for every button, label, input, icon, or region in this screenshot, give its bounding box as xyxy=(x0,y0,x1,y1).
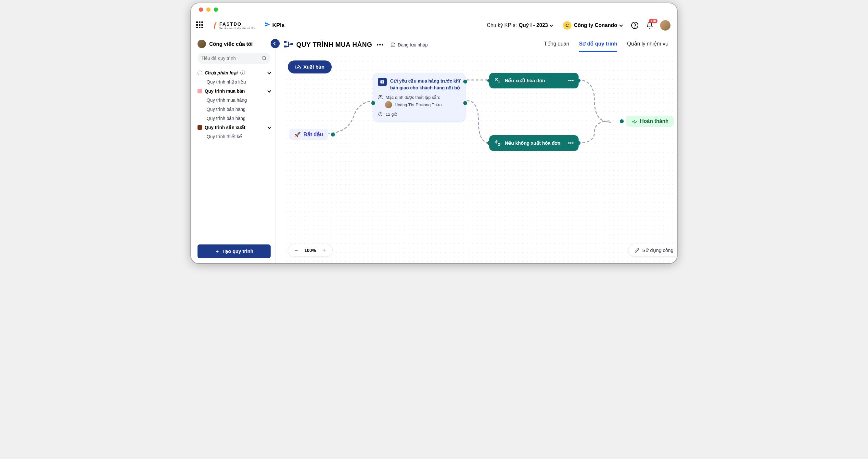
gear-icon xyxy=(494,77,502,85)
sidebar-title: Công việc của tôi xyxy=(197,40,271,48)
sidebar-group-uncategorized[interactable]: Chưa phân loại i xyxy=(197,68,271,77)
search-icon xyxy=(261,56,267,61)
tab-tasks[interactable]: Quản lý nhiệm vụ xyxy=(627,38,669,52)
svg-rect-5 xyxy=(290,43,293,45)
company-avatar: C xyxy=(563,21,571,30)
output-port[interactable] xyxy=(463,80,467,84)
chevron-down-icon xyxy=(549,23,553,27)
dotted-circle-icon xyxy=(197,70,202,75)
task-icon xyxy=(378,78,387,86)
tab-diagram[interactable]: Sơ đồ quy trình xyxy=(579,38,617,52)
condition-node-1[interactable]: Nếu xuất hóa đơn ••• xyxy=(489,73,579,88)
assignee-avatar xyxy=(385,101,392,108)
svg-rect-4 xyxy=(284,46,286,48)
paper-plane-icon xyxy=(265,22,270,29)
input-port[interactable] xyxy=(487,141,491,145)
rocket-icon: 🚀 xyxy=(294,131,301,138)
minimize-window-icon[interactable] xyxy=(206,7,211,12)
sidebar-item[interactable]: Quy trình mua hàng xyxy=(197,95,271,105)
input-port[interactable] xyxy=(487,79,491,83)
gear-icon xyxy=(494,139,502,147)
notification-badge: +10 xyxy=(649,19,657,23)
svg-rect-3 xyxy=(284,41,286,43)
zoom-out-button[interactable]: − xyxy=(293,247,300,254)
cycle-selector[interactable]: Chu kỳ KPIs: Quý I - 2023 xyxy=(487,23,552,28)
node-more-button[interactable]: ••• xyxy=(568,78,574,83)
svg-point-1 xyxy=(635,27,635,27)
sidebar-group-san-xuat[interactable]: Quy trình sản xuất xyxy=(197,123,271,132)
svg-point-7 xyxy=(379,95,380,97)
task-node[interactable]: ••• Gửi yêu cầu mua hàng trước khi bàn g… xyxy=(373,73,466,121)
sidebar-item[interactable]: Quy trình bán hàng xyxy=(197,114,271,123)
maximize-window-icon[interactable] xyxy=(214,7,218,12)
user-avatar-small xyxy=(197,40,206,48)
create-process-button[interactable]: ＋ Tạo quy trình xyxy=(197,245,271,258)
save-icon xyxy=(391,42,396,48)
main-tabs: Tổng quan Sơ đồ quy trình Quản lý nhiệm … xyxy=(544,38,669,52)
sidebar-item[interactable]: Quy trình bán hàng xyxy=(197,105,271,114)
app-window: ƒ FASTDO Nền tảng quản lý công việc cho … xyxy=(191,3,677,263)
main-area: QUY TRÌNH MUA HÀNG ••• Đang lưu nháp Tổn… xyxy=(276,35,677,263)
titlebar xyxy=(191,3,677,16)
use-template-button[interactable]: Sử dụng công xyxy=(628,244,677,257)
input-port[interactable] xyxy=(371,101,375,105)
double-check-icon xyxy=(631,118,638,124)
chevron-down-icon xyxy=(267,70,271,74)
svg-point-12 xyxy=(499,82,499,82)
sidebar-item[interactable]: Quy trình thiết kế xyxy=(197,132,271,141)
search-input[interactable] xyxy=(202,56,259,61)
chevron-left-icon xyxy=(273,41,277,45)
apps-menu-icon[interactable] xyxy=(196,22,204,29)
zoom-control: − 100% + xyxy=(288,244,333,257)
svg-point-16 xyxy=(499,144,499,145)
task-title: Gửi yêu cầu mua hàng trước khi bàn giao … xyxy=(390,78,460,91)
sidebar-group-mua-ban[interactable]: Quy trình mua bán xyxy=(197,86,271,95)
chevron-down-icon xyxy=(267,125,271,129)
svg-point-8 xyxy=(379,113,382,116)
output-port[interactable] xyxy=(577,79,581,83)
start-node[interactable]: 🚀 Bắt đầu xyxy=(289,129,329,140)
topbar: ƒ FASTDO Nền tảng quản lý công việc cho … xyxy=(191,16,677,35)
zoom-in-button[interactable]: + xyxy=(321,247,328,254)
color-square-icon xyxy=(197,125,202,130)
output-port[interactable] xyxy=(577,141,581,145)
sidebar: Công việc của tôi Chưa phân loại i Quy t… xyxy=(191,35,276,263)
kpi-module[interactable]: KPIs xyxy=(265,22,285,29)
input-port[interactable] xyxy=(620,119,624,123)
company-selector[interactable]: C Công ty Conando xyxy=(563,21,622,30)
brand-logo[interactable]: ƒ FASTDO Nền tảng quản lý công việc cho … xyxy=(213,22,255,29)
sidebar-item[interactable]: Quy trình nhập liệu xyxy=(197,77,271,86)
flow-canvas[interactable]: Xuất bản 🚀 Bắt đầu xyxy=(282,55,677,263)
done-node[interactable]: Hoàn thành xyxy=(626,116,674,127)
search-field[interactable] xyxy=(197,53,271,64)
condition-node-2[interactable]: Nếu không xuất hóa đơn ••• xyxy=(489,135,579,151)
svg-point-10 xyxy=(496,79,497,80)
people-icon xyxy=(378,94,383,100)
draft-status: Đang lưu nháp xyxy=(391,42,428,48)
node-more-button[interactable]: ••• xyxy=(568,140,574,146)
pencil-icon xyxy=(634,248,640,253)
help-button[interactable] xyxy=(630,21,639,30)
node-more-button[interactable]: ••• xyxy=(456,77,461,82)
chevron-down-icon xyxy=(619,23,623,27)
collapse-sidebar-button[interactable] xyxy=(271,39,280,48)
process-flow-icon xyxy=(284,40,293,50)
output-port[interactable] xyxy=(331,133,335,137)
more-actions-button[interactable]: ••• xyxy=(376,42,384,48)
page-title: QUY TRÌNH MUA HÀNG xyxy=(296,41,372,49)
chevron-down-icon xyxy=(267,89,271,92)
notifications-button[interactable]: +10 xyxy=(645,21,654,30)
cloud-upload-icon xyxy=(295,64,301,70)
output-port[interactable] xyxy=(463,101,467,105)
zoom-level: 100% xyxy=(304,248,316,253)
main-header: QUY TRÌNH MUA HÀNG ••• Đang lưu nháp Tổn… xyxy=(276,35,677,55)
info-icon: i xyxy=(240,70,245,75)
publish-button[interactable]: Xuất bản xyxy=(288,60,332,74)
user-avatar[interactable] xyxy=(660,20,671,31)
color-square-icon xyxy=(197,89,202,93)
plus-icon: ＋ xyxy=(215,248,220,255)
close-window-icon[interactable] xyxy=(199,7,203,12)
stopwatch-icon xyxy=(378,112,383,117)
svg-point-14 xyxy=(496,141,497,142)
tab-overview[interactable]: Tổng quan xyxy=(544,38,569,52)
